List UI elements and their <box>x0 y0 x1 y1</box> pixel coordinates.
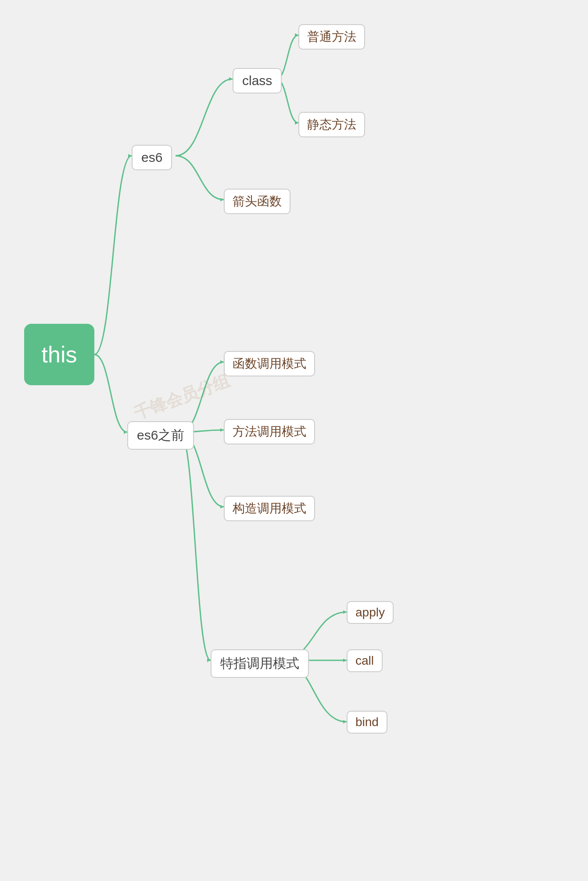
leaf-node-call: call <box>347 649 383 672</box>
svg-marker-9 <box>207 659 211 662</box>
svg-marker-11 <box>343 659 347 662</box>
leaf-node-jiantou: 箭头函数 <box>224 189 290 214</box>
leaf-node-hanshudiao: 函数调用模式 <box>224 351 315 376</box>
mid-node-tezhidiao: 特指调用模式 <box>211 649 309 678</box>
leaf-node-bind: bind <box>347 711 387 734</box>
svg-marker-10 <box>343 610 347 614</box>
svg-marker-12 <box>343 720 347 723</box>
svg-marker-8 <box>220 505 224 509</box>
svg-marker-0 <box>128 154 132 158</box>
mid-node-class: class <box>233 68 282 93</box>
watermark: 千锋会员分组 <box>131 370 233 425</box>
leaf-node-jingtai: 静态方法 <box>298 112 365 137</box>
svg-marker-6 <box>220 360 224 364</box>
root-node: this <box>24 324 94 385</box>
svg-marker-2 <box>229 77 233 81</box>
leaf-node-putong: 普通方法 <box>298 24 365 50</box>
svg-marker-5 <box>295 121 298 125</box>
mid-node-es6pre: es6之前 <box>127 421 194 450</box>
leaf-node-fangfadiao: 方法调用模式 <box>224 419 315 444</box>
svg-marker-7 <box>220 428 224 432</box>
svg-marker-3 <box>220 198 224 201</box>
leaf-node-apply: apply <box>347 601 394 624</box>
leaf-node-gouzao: 构造调用模式 <box>224 496 315 521</box>
svg-marker-4 <box>295 33 298 37</box>
mid-node-es6: es6 <box>132 145 172 170</box>
svg-marker-1 <box>124 430 127 434</box>
mind-map-container: thises6es6之前class特指调用模式普通方法静态方法箭头函数函数调用模… <box>0 0 588 881</box>
